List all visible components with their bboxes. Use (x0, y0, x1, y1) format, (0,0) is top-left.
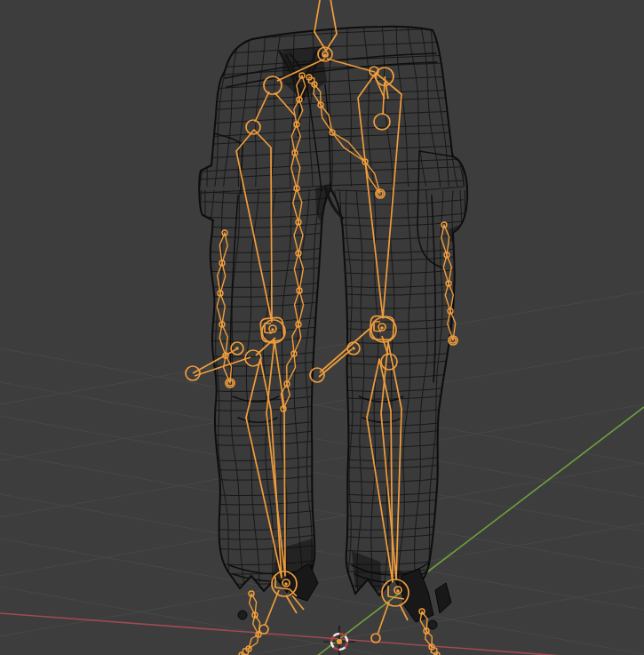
bone-head-dot (323, 53, 327, 57)
bone-head-dot (396, 589, 400, 593)
cursor-center-dot (337, 639, 342, 644)
mesh-sphere (428, 620, 437, 629)
bone-head-dot (284, 582, 288, 586)
bone-head-dot (380, 326, 384, 330)
bone-head-dot (352, 347, 355, 350)
viewport-3d[interactable] (0, 0, 644, 655)
bone-head-dot (235, 347, 239, 350)
bone-head-dot (271, 328, 274, 331)
scene-root (0, 0, 644, 655)
scene-svg (0, 0, 644, 655)
mesh-sphere (238, 611, 247, 619)
